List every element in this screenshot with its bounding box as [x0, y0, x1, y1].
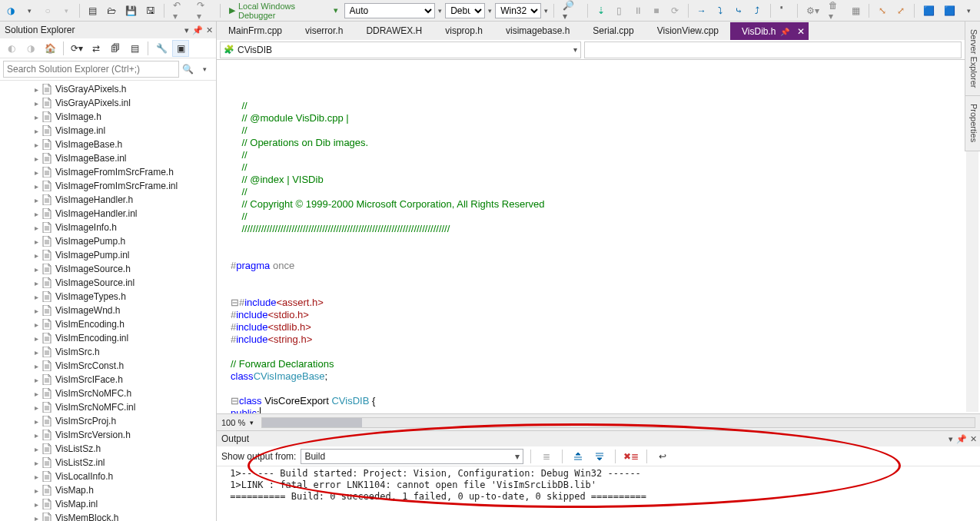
pin-icon[interactable]: 📌 [956, 434, 967, 444]
dbg-btn1[interactable]: ⇣ [593, 2, 609, 19]
member-select[interactable] [584, 41, 962, 58]
se-fwd-button[interactable]: ◑ [22, 40, 39, 57]
se-collapse-button[interactable]: ▤ [126, 40, 143, 57]
config-auto-dropdown[interactable]: ▾ [438, 7, 442, 15]
tree-item[interactable]: ▸VisImSrcConst.h [0, 359, 216, 373]
zoom-dropdown-icon[interactable]: ▾ [250, 419, 254, 426]
step-into-button[interactable]: → [694, 2, 709, 19]
out-next-button[interactable] [591, 448, 608, 465]
tree-item[interactable]: ▸VisLocalInfo.h [0, 470, 216, 483]
restart-button[interactable]: ⟳ [667, 2, 683, 19]
se-back-button[interactable]: ◐ [3, 40, 20, 57]
tree-item[interactable]: ▸VisImageBase.inl [0, 151, 216, 165]
bookmark1-button[interactable]: 🟦 [920, 2, 938, 19]
tree-item[interactable]: ▸VisImageInfo.h [0, 221, 216, 234]
tab-ddrawex-h[interactable]: DDRAWEX.H [354, 22, 434, 40]
solution-config-select[interactable]: Debug [445, 3, 485, 18]
out-clear-button[interactable]: ✖≣ [623, 448, 639, 465]
se-refresh-button[interactable]: ⟳▾ [68, 40, 85, 57]
tree-item[interactable]: ▸VisMemBlock.h [0, 511, 216, 521]
close-icon[interactable]: ✕ [206, 25, 213, 35]
panel-dropdown-icon[interactable]: ▾ [184, 25, 189, 35]
tree-item[interactable]: ▸VisImSrcProj.h [0, 414, 216, 428]
tree-item[interactable]: ▸VisImageFromImSrcFrame.inl [0, 179, 216, 193]
tree-item[interactable]: ▸VisListSz.inl [0, 456, 216, 470]
se-home-button[interactable]: 🏠 [42, 40, 58, 57]
out-prev-button[interactable] [570, 448, 586, 465]
zoom-level[interactable]: 100 % [221, 418, 245, 427]
bookmark2-button[interactable]: 🟦 [941, 2, 958, 19]
new-project-button[interactable]: ▤ [85, 2, 101, 19]
close-icon[interactable]: ✕ [797, 26, 805, 37]
side-tab-server-explorer[interactable]: Server Explorer [965, 22, 980, 96]
tree-item[interactable]: ▸VisImageSource.h [0, 262, 216, 276]
start-debug-button[interactable]: Local Windows Debugger ▾ [226, 2, 341, 19]
tab-visdib-h[interactable]: VisDib.h📌✕ [730, 22, 809, 40]
save-button[interactable]: 💾 [122, 2, 140, 19]
tab-viserror-h[interactable]: viserror.h [294, 22, 354, 40]
save-all-button[interactable]: 🖫 [143, 2, 158, 19]
goto2-button[interactable]: ⤢ [893, 2, 909, 19]
se-preview-button[interactable]: ▣ [172, 40, 189, 57]
dbg-btn2[interactable]: ▯ [612, 2, 627, 19]
tree-item[interactable]: ▸VisImageFromImSrcFrame.h [0, 165, 216, 179]
back-button[interactable]: ◑ [3, 2, 18, 19]
se-showall-button[interactable]: 🗐 [107, 40, 124, 57]
tree-item[interactable]: ▸VisImSrcVersion.h [0, 428, 216, 442]
tree-item[interactable]: ▸VisImagePump.h [0, 234, 216, 248]
tree-item[interactable]: ▸VisImageHandler.h [0, 193, 216, 207]
tab-serial-cpp[interactable]: Serial.cpp [581, 22, 645, 40]
tree-item[interactable]: ▸VisImagePump.inl [0, 248, 216, 262]
platform-dropdown[interactable]: ▾ [544, 7, 548, 15]
hex-button[interactable]: ͯͤ [776, 2, 792, 19]
tree-item[interactable]: ▸VisImage.inl [0, 124, 216, 138]
goto1-button[interactable]: ⤡ [875, 2, 890, 19]
close-icon[interactable]: ✕ [970, 434, 977, 444]
se-sync-button[interactable]: ⇄ [88, 40, 105, 57]
tree-item[interactable]: ▸VisImageHandler.inl [0, 207, 216, 221]
platform-select[interactable]: Win32 [495, 3, 541, 18]
tree-item[interactable]: ▸VisImSrcIFace.h [0, 373, 216, 387]
tree-item[interactable]: ▸VisMap.inl [0, 497, 216, 511]
member-button[interactable]: 🗑▾ [826, 2, 845, 19]
tree-item[interactable]: ▸VisImage.h [0, 110, 216, 124]
tree-item[interactable]: ▸VisImSrcNoMFC.h [0, 387, 216, 400]
find-in-files-button[interactable]: 🔎▾ [560, 2, 582, 19]
tree-item[interactable]: ▸VisImageTypes.h [0, 290, 216, 304]
tree-item[interactable]: ▸VisMap.h [0, 483, 216, 497]
solution-tree[interactable]: ▸VisGrayAPixels.h▸VisGrayAPixels.inl▸Vis… [0, 81, 216, 521]
tab-visionview-cpp[interactable]: VisionView.cpp [646, 22, 730, 40]
out-goto-button[interactable]: ≣ [538, 448, 555, 465]
tree-item[interactable]: ▸VisImageSource.inl [0, 276, 216, 290]
tab-mainfrm-cpp[interactable]: MainFrm.cpp [217, 22, 294, 40]
tree-item[interactable]: ▸VisImEncoding.inl [0, 331, 216, 345]
solution-search-input[interactable] [3, 61, 179, 78]
search-icon[interactable]: 🔍 [179, 61, 196, 78]
pause-button[interactable]: ⏸ [630, 2, 646, 19]
step-over2-button[interactable]: ⤷ [731, 2, 746, 19]
tree-item[interactable]: ▸VisImageWnd.h [0, 304, 216, 317]
solution-config-auto[interactable]: Auto [344, 3, 436, 18]
scope-select[interactable]: 🧩 CVisDIB ▾ [220, 41, 581, 58]
step-over-button[interactable]: ⤵ [713, 2, 728, 19]
dropdown3-button[interactable]: ▾ [962, 2, 977, 19]
tree-item[interactable]: ▸VisImageBase.h [0, 138, 216, 151]
tree-item[interactable]: ▸VisGrayAPixels.h [0, 82, 216, 96]
tree-item[interactable]: ▸VisImEncoding.h [0, 317, 216, 331]
tree-item[interactable]: ▸VisListSz.h [0, 442, 216, 456]
output-body[interactable]: 1>------ Build started: Project: Vision,… [217, 466, 980, 521]
undo-button[interactable]: ↶ ▾ [170, 2, 191, 19]
forward-button[interactable]: ○ [40, 2, 55, 19]
pin-icon[interactable]: 📌 [780, 28, 789, 36]
pin-icon[interactable]: 📌 [192, 25, 203, 35]
side-tab-properties[interactable]: Properties [965, 96, 980, 151]
open-file-button[interactable]: 🗁 [104, 2, 119, 19]
tree-item[interactable]: ▸VisImSrcNoMFC.inl [0, 400, 216, 414]
step-out-button[interactable]: ⤴ [749, 2, 765, 19]
horizontal-scrollbar[interactable] [261, 417, 975, 428]
back-dropdown[interactable]: ▾ [22, 2, 37, 19]
se-properties-button[interactable]: 🔧 [153, 40, 170, 57]
tab-visprop-h[interactable]: visprop.h [434, 22, 494, 40]
stop-button[interactable]: ■ [649, 2, 664, 19]
toolbox-button[interactable]: ⚙▾ [803, 2, 822, 19]
